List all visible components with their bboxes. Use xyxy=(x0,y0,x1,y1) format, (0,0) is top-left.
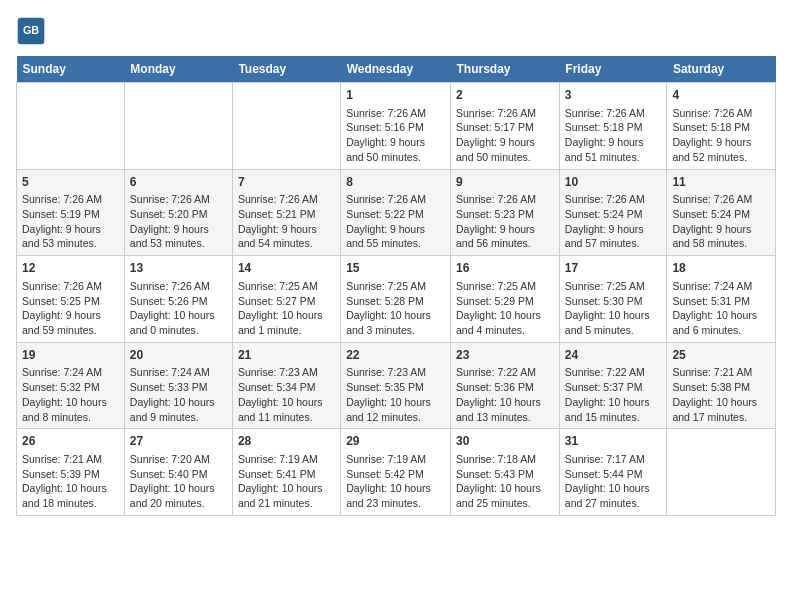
weekday-header-monday: Monday xyxy=(124,56,232,83)
calendar-cell: 27Sunrise: 7:20 AM Sunset: 5:40 PM Dayli… xyxy=(124,429,232,516)
day-number: 23 xyxy=(456,347,554,364)
day-number: 17 xyxy=(565,260,662,277)
calendar-cell: 20Sunrise: 7:24 AM Sunset: 5:33 PM Dayli… xyxy=(124,342,232,429)
day-number: 14 xyxy=(238,260,335,277)
day-number: 30 xyxy=(456,433,554,450)
calendar-cell: 12Sunrise: 7:26 AM Sunset: 5:25 PM Dayli… xyxy=(17,256,125,343)
calendar-cell: 2Sunrise: 7:26 AM Sunset: 5:17 PM Daylig… xyxy=(451,83,560,170)
calendar-cell xyxy=(124,83,232,170)
calendar-cell: 25Sunrise: 7:21 AM Sunset: 5:38 PM Dayli… xyxy=(667,342,776,429)
day-number: 7 xyxy=(238,174,335,191)
day-info: Sunrise: 7:21 AM Sunset: 5:38 PM Dayligh… xyxy=(672,365,770,424)
day-info: Sunrise: 7:19 AM Sunset: 5:41 PM Dayligh… xyxy=(238,452,335,511)
day-number: 9 xyxy=(456,174,554,191)
calendar-week-1: 1Sunrise: 7:26 AM Sunset: 5:16 PM Daylig… xyxy=(17,83,776,170)
day-info: Sunrise: 7:22 AM Sunset: 5:37 PM Dayligh… xyxy=(565,365,662,424)
day-info: Sunrise: 7:24 AM Sunset: 5:32 PM Dayligh… xyxy=(22,365,119,424)
calendar-cell: 30Sunrise: 7:18 AM Sunset: 5:43 PM Dayli… xyxy=(451,429,560,516)
day-info: Sunrise: 7:26 AM Sunset: 5:24 PM Dayligh… xyxy=(565,192,662,251)
day-info: Sunrise: 7:18 AM Sunset: 5:43 PM Dayligh… xyxy=(456,452,554,511)
calendar-cell: 18Sunrise: 7:24 AM Sunset: 5:31 PM Dayli… xyxy=(667,256,776,343)
day-info: Sunrise: 7:25 AM Sunset: 5:27 PM Dayligh… xyxy=(238,279,335,338)
day-number: 8 xyxy=(346,174,445,191)
day-number: 18 xyxy=(672,260,770,277)
calendar-cell: 29Sunrise: 7:19 AM Sunset: 5:42 PM Dayli… xyxy=(341,429,451,516)
day-number: 26 xyxy=(22,433,119,450)
day-info: Sunrise: 7:26 AM Sunset: 5:25 PM Dayligh… xyxy=(22,279,119,338)
calendar-table: SundayMondayTuesdayWednesdayThursdayFrid… xyxy=(16,56,776,516)
day-info: Sunrise: 7:26 AM Sunset: 5:26 PM Dayligh… xyxy=(130,279,227,338)
day-info: Sunrise: 7:26 AM Sunset: 5:16 PM Dayligh… xyxy=(346,106,445,165)
calendar-week-2: 5Sunrise: 7:26 AM Sunset: 5:19 PM Daylig… xyxy=(17,169,776,256)
weekday-header-saturday: Saturday xyxy=(667,56,776,83)
calendar-cell: 10Sunrise: 7:26 AM Sunset: 5:24 PM Dayli… xyxy=(559,169,667,256)
calendar-cell: 14Sunrise: 7:25 AM Sunset: 5:27 PM Dayli… xyxy=(232,256,340,343)
calendar-cell xyxy=(667,429,776,516)
day-info: Sunrise: 7:24 AM Sunset: 5:33 PM Dayligh… xyxy=(130,365,227,424)
day-number: 2 xyxy=(456,87,554,104)
day-info: Sunrise: 7:26 AM Sunset: 5:18 PM Dayligh… xyxy=(565,106,662,165)
calendar-cell: 16Sunrise: 7:25 AM Sunset: 5:29 PM Dayli… xyxy=(451,256,560,343)
calendar-cell: 8Sunrise: 7:26 AM Sunset: 5:22 PM Daylig… xyxy=(341,169,451,256)
day-number: 12 xyxy=(22,260,119,277)
day-number: 3 xyxy=(565,87,662,104)
day-info: Sunrise: 7:26 AM Sunset: 5:21 PM Dayligh… xyxy=(238,192,335,251)
calendar-cell: 11Sunrise: 7:26 AM Sunset: 5:24 PM Dayli… xyxy=(667,169,776,256)
svg-text:GB: GB xyxy=(23,24,39,36)
calendar-cell xyxy=(17,83,125,170)
day-number: 11 xyxy=(672,174,770,191)
weekday-header-thursday: Thursday xyxy=(451,56,560,83)
day-info: Sunrise: 7:25 AM Sunset: 5:29 PM Dayligh… xyxy=(456,279,554,338)
day-number: 24 xyxy=(565,347,662,364)
day-info: Sunrise: 7:26 AM Sunset: 5:18 PM Dayligh… xyxy=(672,106,770,165)
calendar-cell: 28Sunrise: 7:19 AM Sunset: 5:41 PM Dayli… xyxy=(232,429,340,516)
calendar-cell: 6Sunrise: 7:26 AM Sunset: 5:20 PM Daylig… xyxy=(124,169,232,256)
day-number: 6 xyxy=(130,174,227,191)
calendar-cell: 21Sunrise: 7:23 AM Sunset: 5:34 PM Dayli… xyxy=(232,342,340,429)
day-info: Sunrise: 7:20 AM Sunset: 5:40 PM Dayligh… xyxy=(130,452,227,511)
day-info: Sunrise: 7:26 AM Sunset: 5:20 PM Dayligh… xyxy=(130,192,227,251)
day-info: Sunrise: 7:17 AM Sunset: 5:44 PM Dayligh… xyxy=(565,452,662,511)
calendar-cell: 15Sunrise: 7:25 AM Sunset: 5:28 PM Dayli… xyxy=(341,256,451,343)
day-number: 20 xyxy=(130,347,227,364)
calendar-cell: 17Sunrise: 7:25 AM Sunset: 5:30 PM Dayli… xyxy=(559,256,667,343)
day-number: 21 xyxy=(238,347,335,364)
day-info: Sunrise: 7:23 AM Sunset: 5:34 PM Dayligh… xyxy=(238,365,335,424)
weekday-header-sunday: Sunday xyxy=(17,56,125,83)
calendar-cell: 3Sunrise: 7:26 AM Sunset: 5:18 PM Daylig… xyxy=(559,83,667,170)
logo-icon: GB xyxy=(16,16,46,46)
calendar-cell: 26Sunrise: 7:21 AM Sunset: 5:39 PM Dayli… xyxy=(17,429,125,516)
page-header: GB xyxy=(16,16,776,46)
logo: GB xyxy=(16,16,50,46)
day-info: Sunrise: 7:25 AM Sunset: 5:30 PM Dayligh… xyxy=(565,279,662,338)
day-number: 10 xyxy=(565,174,662,191)
calendar-cell: 23Sunrise: 7:22 AM Sunset: 5:36 PM Dayli… xyxy=(451,342,560,429)
day-info: Sunrise: 7:26 AM Sunset: 5:24 PM Dayligh… xyxy=(672,192,770,251)
calendar-cell: 1Sunrise: 7:26 AM Sunset: 5:16 PM Daylig… xyxy=(341,83,451,170)
calendar-cell: 22Sunrise: 7:23 AM Sunset: 5:35 PM Dayli… xyxy=(341,342,451,429)
day-number: 19 xyxy=(22,347,119,364)
day-info: Sunrise: 7:26 AM Sunset: 5:19 PM Dayligh… xyxy=(22,192,119,251)
day-number: 31 xyxy=(565,433,662,450)
day-info: Sunrise: 7:22 AM Sunset: 5:36 PM Dayligh… xyxy=(456,365,554,424)
day-number: 4 xyxy=(672,87,770,104)
calendar-week-3: 12Sunrise: 7:26 AM Sunset: 5:25 PM Dayli… xyxy=(17,256,776,343)
day-info: Sunrise: 7:26 AM Sunset: 5:23 PM Dayligh… xyxy=(456,192,554,251)
calendar-cell: 9Sunrise: 7:26 AM Sunset: 5:23 PM Daylig… xyxy=(451,169,560,256)
day-number: 16 xyxy=(456,260,554,277)
calendar-week-4: 19Sunrise: 7:24 AM Sunset: 5:32 PM Dayli… xyxy=(17,342,776,429)
day-info: Sunrise: 7:21 AM Sunset: 5:39 PM Dayligh… xyxy=(22,452,119,511)
calendar-cell xyxy=(232,83,340,170)
day-info: Sunrise: 7:26 AM Sunset: 5:17 PM Dayligh… xyxy=(456,106,554,165)
day-info: Sunrise: 7:19 AM Sunset: 5:42 PM Dayligh… xyxy=(346,452,445,511)
header-row: SundayMondayTuesdayWednesdayThursdayFrid… xyxy=(17,56,776,83)
calendar-cell: 31Sunrise: 7:17 AM Sunset: 5:44 PM Dayli… xyxy=(559,429,667,516)
day-number: 27 xyxy=(130,433,227,450)
calendar-cell: 24Sunrise: 7:22 AM Sunset: 5:37 PM Dayli… xyxy=(559,342,667,429)
day-number: 28 xyxy=(238,433,335,450)
calendar-cell: 7Sunrise: 7:26 AM Sunset: 5:21 PM Daylig… xyxy=(232,169,340,256)
calendar-cell: 5Sunrise: 7:26 AM Sunset: 5:19 PM Daylig… xyxy=(17,169,125,256)
day-number: 29 xyxy=(346,433,445,450)
day-number: 22 xyxy=(346,347,445,364)
day-number: 25 xyxy=(672,347,770,364)
